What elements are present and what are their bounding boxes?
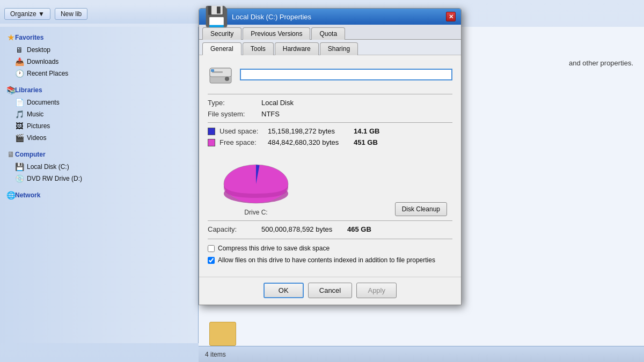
computer-icon: 🖥 bbox=[6, 150, 15, 159]
music-icon: 🎵 bbox=[15, 110, 24, 119]
properties-dialog: 💾 Local Disk (C:) Properties ✕ Security … bbox=[199, 8, 462, 305]
sidebar-item-desktop[interactable]: 🖥 Desktop bbox=[0, 44, 198, 56]
compress-checkbox[interactable] bbox=[208, 245, 215, 252]
sidebar-item-downloads[interactable]: 📥 Downloads bbox=[0, 56, 198, 68]
disk-cleanup-button[interactable]: Disk Cleanup bbox=[395, 202, 447, 216]
free-space-label: Free space: bbox=[219, 138, 268, 146]
drive-label: Drive C: bbox=[244, 209, 267, 216]
used-space-gb: 14.1 GB bbox=[354, 127, 379, 135]
sidebar: ★ Favorites 🖥 Desktop 📥 Downloads 🕐 Rece… bbox=[0, 27, 199, 343]
recent-places-icon: 🕐 bbox=[15, 69, 24, 78]
pictures-icon: 🖼 bbox=[15, 122, 24, 130]
filesystem-value: NTFS bbox=[261, 110, 280, 118]
pie-container: Drive C: Disk Cleanup bbox=[208, 152, 452, 216]
documents-icon: 📄 bbox=[15, 98, 24, 107]
items-count: 4 items bbox=[205, 351, 226, 358]
favorites-section: ★ Favorites 🖥 Desktop 📥 Downloads 🕐 Rece… bbox=[0, 31, 198, 79]
hint-text: and other properties. bbox=[569, 59, 633, 67]
separator-1 bbox=[208, 94, 452, 94]
network-icon: 🌐 bbox=[6, 191, 15, 200]
computer-header[interactable]: 🖥 Computer bbox=[0, 148, 198, 161]
sidebar-item-videos[interactable]: 🎬 Videos bbox=[0, 132, 198, 144]
disk-icon-row bbox=[208, 64, 452, 85]
libraries-section: 📚 Libraries 📄 Documents 🎵 Music 🖼 Pictur… bbox=[0, 84, 198, 144]
free-space-row: Free space: 484,842,680,320 bytes 451 GB bbox=[208, 138, 452, 146]
favorites-header[interactable]: ★ Favorites bbox=[0, 31, 198, 44]
title-disk-icon: 💾 bbox=[204, 5, 229, 28]
sidebar-item-pictures[interactable]: 🖼 Pictures bbox=[0, 120, 198, 132]
computer-section: 🖥 Computer 💾 Local Disk (C:) 💿 DVD RW Dr… bbox=[0, 148, 198, 184]
filesystem-row: File system: NTFS bbox=[208, 110, 452, 118]
svg-point-2 bbox=[225, 77, 229, 81]
drive-name-input[interactable] bbox=[240, 69, 452, 80]
type-label: Type: bbox=[208, 99, 261, 107]
apply-button[interactable]: Apply bbox=[356, 283, 397, 298]
status-bar: 4 items bbox=[199, 346, 644, 362]
sidebar-item-recent-places[interactable]: 🕐 Recent Places bbox=[0, 68, 198, 79]
sidebar-item-dvd-drive[interactable]: 💿 DVD RW Drive (D:) bbox=[0, 173, 198, 184]
cancel-button[interactable]: Cancel bbox=[308, 283, 352, 298]
compress-row: Compress this drive to save disk space bbox=[208, 245, 452, 252]
pie-chart bbox=[213, 152, 299, 205]
tab-previous-versions[interactable]: Previous Versions bbox=[243, 27, 310, 40]
sidebar-item-music[interactable]: 🎵 Music bbox=[0, 108, 198, 120]
dvd-drive-label: DVD RW Drive (D:) bbox=[27, 175, 82, 182]
libraries-header[interactable]: 📚 Libraries bbox=[0, 84, 198, 97]
videos-label: Videos bbox=[27, 134, 46, 142]
tab-quota[interactable]: Quota bbox=[311, 27, 345, 40]
sidebar-item-local-disk[interactable]: 💾 Local Disk (C:) bbox=[0, 161, 198, 173]
new-lib-button[interactable]: New lib bbox=[55, 8, 87, 20]
local-disk-icon: 💾 bbox=[15, 162, 24, 171]
used-space-row: Used space: 15,158,198,272 bytes 14.1 GB bbox=[208, 127, 452, 135]
dialog-content: Type: Local Disk File system: NTFS Used … bbox=[199, 55, 461, 277]
separator-2 bbox=[208, 122, 452, 123]
explorer-toolbar: Organize ▼ New lib bbox=[0, 4, 199, 24]
tab-sharing[interactable]: Sharing bbox=[320, 42, 358, 55]
index-checkbox[interactable] bbox=[208, 257, 215, 264]
tab-security[interactable]: Security bbox=[202, 27, 241, 40]
drive-icon bbox=[208, 64, 233, 85]
used-color-box bbox=[208, 128, 215, 135]
close-button[interactable]: ✕ bbox=[446, 12, 456, 21]
libraries-label: Libraries bbox=[15, 86, 42, 94]
tab-tools[interactable]: Tools bbox=[243, 42, 274, 55]
organize-button[interactable]: Organize ▼ bbox=[4, 8, 50, 20]
downloads-icon: 📥 bbox=[15, 57, 24, 66]
capacity-row: Capacity: 500,000,878,592 bytes 465 GB bbox=[208, 220, 452, 233]
pictures-label: Pictures bbox=[27, 122, 50, 130]
network-section: 🌐 Network bbox=[0, 189, 198, 202]
desktop-icon: 🖥 bbox=[15, 46, 24, 54]
documents-label: Documents bbox=[27, 99, 60, 106]
capacity-label: Capacity: bbox=[208, 225, 261, 233]
tab-bar-top: Security Previous Versions Quota bbox=[199, 25, 461, 40]
tab-general[interactable]: General bbox=[202, 42, 241, 55]
dialog-title-left: 💾 Local Disk (C:) Properties bbox=[204, 5, 311, 28]
local-disk-label: Local Disk (C:) bbox=[27, 163, 69, 171]
type-value: Local Disk bbox=[261, 99, 294, 107]
type-row: Type: Local Disk bbox=[208, 99, 452, 107]
ok-button[interactable]: OK bbox=[264, 283, 304, 298]
free-space-bytes: 484,842,680,320 bytes bbox=[268, 138, 354, 146]
dvd-drive-icon: 💿 bbox=[15, 174, 24, 183]
libraries-icon: 📚 bbox=[6, 86, 15, 94]
tab-bar-bottom: General Tools Hardware Sharing bbox=[199, 40, 461, 55]
sidebar-item-documents[interactable]: 📄 Documents bbox=[0, 97, 198, 108]
folder-thumbnail bbox=[209, 322, 236, 346]
used-space-label: Used space: bbox=[219, 127, 268, 135]
network-label: Network bbox=[15, 191, 40, 199]
recent-places-label: Recent Places bbox=[27, 70, 68, 77]
videos-icon: 🎬 bbox=[15, 134, 24, 142]
star-icon: ★ bbox=[6, 33, 15, 42]
downloads-label: Downloads bbox=[27, 58, 58, 65]
free-color-box bbox=[208, 139, 215, 146]
dialog-titlebar: 💾 Local Disk (C:) Properties ✕ bbox=[199, 9, 461, 25]
music-label: Music bbox=[27, 110, 43, 118]
tab-hardware[interactable]: Hardware bbox=[275, 42, 319, 55]
index-row: Allow files on this drive to have conten… bbox=[208, 256, 452, 264]
compress-label: Compress this drive to save disk space bbox=[218, 245, 330, 252]
filesystem-label: File system: bbox=[208, 110, 261, 118]
favorites-label: Favorites bbox=[15, 34, 43, 41]
used-space-bytes: 15,158,198,272 bytes bbox=[268, 127, 354, 135]
desktop-label: Desktop bbox=[27, 46, 50, 54]
network-header[interactable]: 🌐 Network bbox=[0, 189, 198, 202]
